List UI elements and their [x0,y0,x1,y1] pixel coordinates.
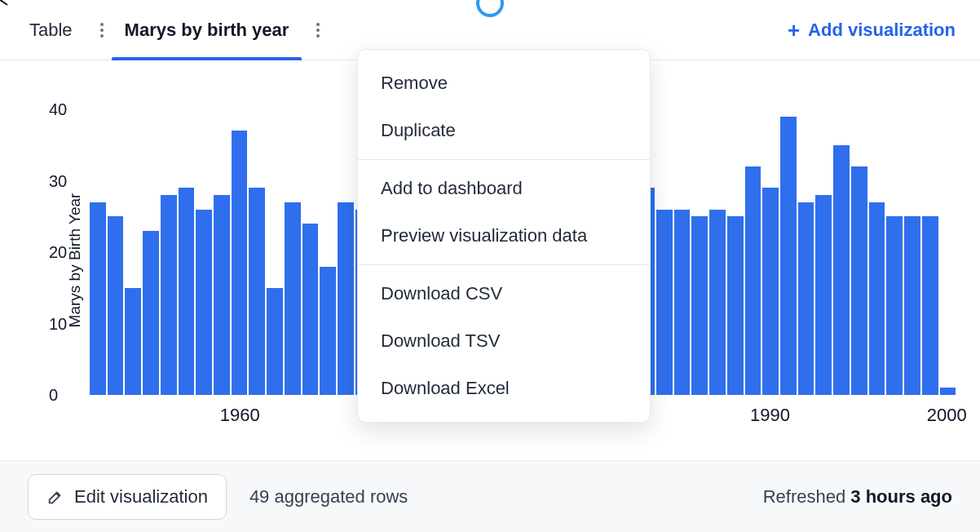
rows-info: 49 aggregated rows [249,486,408,508]
chart-bar [143,231,159,395]
chart-bar [338,202,354,395]
menu-item-duplicate[interactable]: Duplicate [358,107,650,154]
corner-decoration [0,0,16,16]
menu-item-download-csv[interactable]: Download CSV [358,270,650,317]
menu-separator [358,159,650,160]
chart-bar [762,188,779,395]
tab-label: Table [29,20,73,41]
chart-bar [851,166,867,395]
chart-bar [267,288,283,395]
tab-visualization-menu-icon[interactable] [308,14,328,47]
edit-icon [46,488,64,506]
chart-bar [674,210,691,396]
refreshed-time: 3 hours ago [850,486,952,507]
chart-bar [249,188,265,395]
chart-bar [285,202,301,395]
chart-bar [232,131,248,395]
y-tick: 30 [49,171,67,190]
tab-visualization[interactable]: Marys by birth year [112,0,302,60]
menu-item-add-to-dashboard[interactable]: Add to dashboard [358,165,650,212]
visualization-context-menu: Remove Duplicate Add to dashboard Previe… [357,49,651,423]
chart-bar [108,216,124,395]
chart-bar [125,288,141,395]
chart-bar [214,195,230,395]
chart-bar [320,267,336,396]
chart-bar [798,202,814,395]
chart-bar [904,216,920,395]
chart-bar [940,388,956,395]
chart-bar [302,224,319,395]
chart-bar [90,202,106,395]
chart-bar [815,195,832,395]
chart-bar [691,216,708,395]
chart-bar [727,216,744,395]
add-visualization-label: Add visualization [808,20,956,41]
menu-item-preview-data[interactable]: Preview visualization data [358,212,650,259]
plus-icon: + [788,20,800,41]
menu-item-download-excel[interactable]: Download Excel [358,365,650,412]
chart-bar [922,216,938,395]
chart-bar [709,210,726,396]
tab-table-menu-icon[interactable] [92,14,112,47]
tab-label: Marys by birth year [125,20,289,41]
chart-bar [780,117,797,395]
chart-bar [656,210,673,396]
chart-bar [196,210,212,396]
refreshed-prefix: Refreshed [763,486,851,507]
add-visualization-button[interactable]: + Add visualization [788,20,964,41]
chart-bar [869,202,885,395]
x-tick: 2000 [927,405,967,426]
x-tick: 1960 [220,405,260,426]
y-tick: 10 [49,314,67,333]
edit-visualization-button[interactable]: Edit visualization [28,474,227,520]
menu-separator [358,264,650,265]
chart-bar [886,216,903,395]
chart-bar [833,145,850,395]
x-tick: 1990 [750,405,790,426]
y-axis-label: Marys by Birth Year [66,193,84,328]
chart-bar [161,195,177,395]
footer-bar: Edit visualization 49 aggregated rows Re… [0,460,980,532]
refreshed-info: Refreshed 3 hours ago [763,486,952,508]
edit-visualization-label: Edit visualization [74,486,208,508]
tab-table[interactable]: Table [16,0,86,60]
menu-item-remove[interactable]: Remove [358,60,650,107]
y-tick: 20 [49,243,67,262]
chart-bar [745,166,761,395]
menu-item-download-tsv[interactable]: Download TSV [358,317,650,365]
chart-bar [179,188,195,395]
y-tick: 0 [49,386,58,405]
y-tick: 40 [49,100,67,119]
